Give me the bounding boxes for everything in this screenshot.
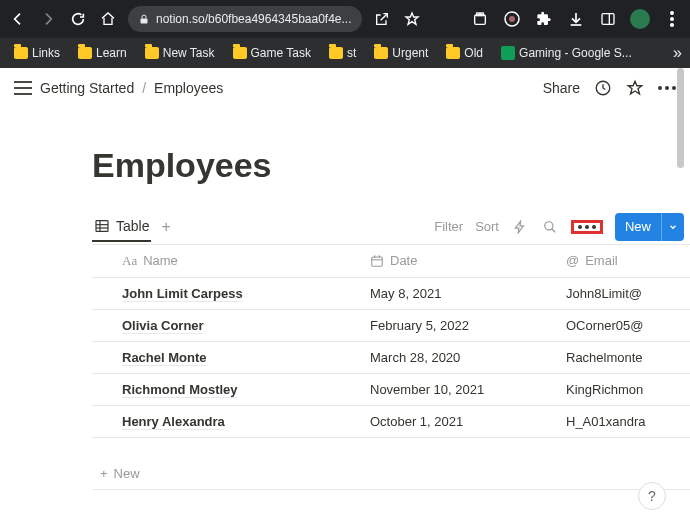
reload-button[interactable] [68, 9, 88, 29]
profile-avatar[interactable] [630, 9, 650, 29]
sheets-icon [501, 46, 515, 60]
svg-point-22 [545, 221, 553, 229]
table-icon [94, 218, 110, 234]
extensions-puzzle-icon[interactable] [534, 9, 554, 29]
svg-point-9 [670, 17, 674, 21]
database-table: AaName Date @Email John Limit Carpess Ma… [92, 245, 690, 438]
breadcrumb-root[interactable]: Getting Started [40, 80, 134, 96]
view-options-button[interactable] [571, 220, 603, 234]
svg-point-24 [578, 225, 582, 229]
svg-point-10 [670, 23, 674, 27]
share-button[interactable]: Share [543, 80, 580, 96]
bookmark-item[interactable]: Old [440, 42, 489, 64]
table-row[interactable]: Henry Alexandra October 1, 2021 H_A01xan… [92, 405, 690, 437]
folder-icon [145, 47, 159, 59]
bookmark-item[interactable]: Learn [72, 42, 133, 64]
filter-button[interactable]: Filter [434, 219, 463, 234]
svg-line-23 [552, 228, 556, 232]
folder-icon [374, 47, 388, 59]
svg-point-25 [585, 225, 589, 229]
search-icon[interactable] [541, 218, 559, 236]
browser-menu-icon[interactable] [662, 9, 682, 29]
svg-point-16 [665, 86, 669, 90]
svg-rect-3 [481, 13, 484, 16]
back-button[interactable] [8, 9, 28, 29]
new-button[interactable]: New [615, 213, 684, 241]
sidepanel-icon[interactable] [598, 9, 618, 29]
svg-rect-0 [141, 19, 148, 24]
download-icon[interactable] [566, 9, 586, 29]
folder-icon [329, 47, 343, 59]
column-header-email[interactable]: @Email [558, 245, 690, 277]
bookmark-item[interactable]: Urgent [368, 42, 434, 64]
breadcrumb-current[interactable]: Employees [154, 80, 223, 96]
favorite-icon[interactable] [626, 79, 644, 97]
svg-point-17 [672, 86, 676, 90]
add-view-button[interactable]: + [161, 218, 170, 236]
bookmark-item[interactable]: Links [8, 42, 66, 64]
calendar-icon [370, 254, 384, 268]
chevron-down-icon[interactable] [661, 213, 684, 241]
notion-topbar: Getting Started / Employees Share [0, 68, 690, 108]
new-row-button[interactable]: + New [92, 458, 690, 490]
view-tab-table[interactable]: Table [92, 212, 151, 242]
database-toolbar: Table + Filter Sort New [92, 209, 690, 245]
svg-point-8 [670, 11, 674, 15]
sort-button[interactable]: Sort [475, 219, 499, 234]
svg-rect-6 [602, 14, 614, 25]
url-text: notion.so/b60fbea4964345baa0f4e... [156, 12, 352, 26]
help-button[interactable]: ? [638, 482, 666, 510]
folder-icon [446, 47, 460, 59]
table-row[interactable]: Olivia Corner February 5, 2022 OCorner05… [92, 309, 690, 341]
folder-icon [233, 47, 247, 59]
updates-icon[interactable] [594, 79, 612, 97]
bookmark-item[interactable]: Gaming - Google S... [495, 42, 638, 64]
extension-icon[interactable] [470, 9, 490, 29]
svg-rect-27 [372, 257, 383, 266]
share-url-icon[interactable] [372, 9, 392, 29]
home-button[interactable] [98, 9, 118, 29]
svg-rect-2 [477, 13, 480, 16]
svg-rect-18 [96, 220, 108, 231]
address-bar[interactable]: notion.so/b60fbea4964345baa0f4e... [128, 6, 362, 32]
more-icon[interactable] [658, 79, 676, 97]
column-header-name[interactable]: AaName [92, 245, 362, 277]
bookmark-star-icon[interactable] [402, 9, 422, 29]
at-icon: @ [566, 253, 579, 268]
folder-icon [14, 47, 28, 59]
lock-icon [138, 13, 150, 25]
bookmarks-bar: Links Learn New Task Game Task st Urgent… [0, 38, 690, 68]
menu-toggle-icon[interactable] [14, 81, 32, 95]
svg-point-15 [658, 86, 662, 90]
svg-rect-1 [475, 15, 486, 24]
plus-icon: + [100, 466, 108, 481]
page-title[interactable]: Employees [92, 146, 690, 185]
table-row[interactable]: John Limit Carpess May 8, 2021 John8Limi… [92, 277, 690, 309]
bookmarks-overflow-icon[interactable]: » [673, 44, 682, 62]
bookmark-item[interactable]: Game Task [227, 42, 317, 64]
bookmark-item[interactable]: st [323, 42, 362, 64]
bolt-icon[interactable] [511, 218, 529, 236]
svg-point-5 [509, 16, 515, 22]
column-header-date[interactable]: Date [362, 245, 558, 277]
breadcrumb-sep: / [142, 80, 146, 96]
table-row[interactable]: Rachel Monte March 28, 2020 Rachelmonte [92, 341, 690, 373]
extension-dot-icon[interactable] [502, 9, 522, 29]
table-row[interactable]: Richmond Mostley November 10, 2021 KingR… [92, 373, 690, 405]
forward-button[interactable] [38, 9, 58, 29]
text-icon: Aa [122, 253, 137, 269]
svg-point-26 [592, 225, 596, 229]
browser-toolbar: notion.so/b60fbea4964345baa0f4e... [0, 0, 690, 38]
folder-icon [78, 47, 92, 59]
page-content: Employees Table + Filter Sort New AaName [0, 108, 690, 490]
bookmark-item[interactable]: New Task [139, 42, 221, 64]
